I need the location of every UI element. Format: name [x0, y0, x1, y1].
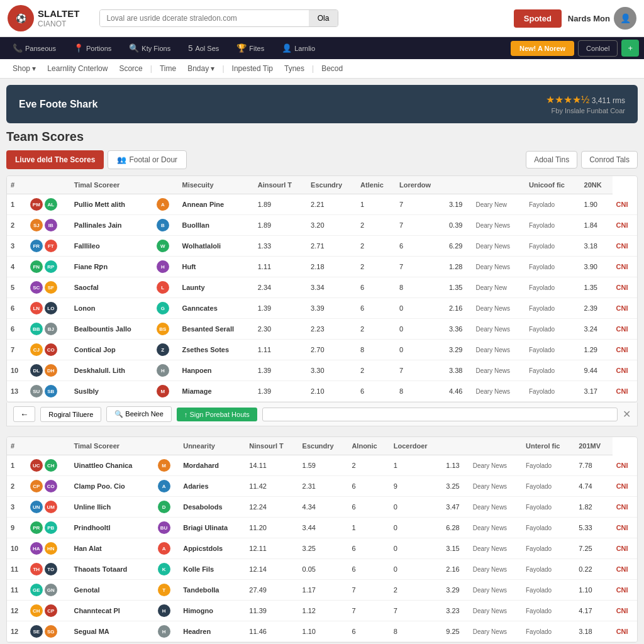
v6-cell: 7.25 — [575, 538, 612, 559]
l2-cell: Fayolado — [525, 360, 580, 381]
l1-cell: Deary News — [469, 601, 522, 621]
player-team-cell: Han Alat — [70, 538, 154, 559]
l2-cell: Fayolado — [525, 381, 580, 402]
v2-cell: 2.70 — [307, 340, 357, 360]
team-logos-cell: PR PB — [26, 518, 70, 538]
player-name-cell: Hanpoen — [179, 360, 254, 381]
v2-cell: 2.18 — [307, 257, 357, 277]
v4-cell: 0 — [390, 559, 442, 580]
l1-cell: Deary News — [469, 497, 522, 518]
col-logo — [26, 176, 70, 194]
subnav-bnday[interactable]: Bnday ▾ — [182, 62, 219, 75]
v5-cell: 6.29 — [445, 236, 472, 257]
subnav-inpested[interactable]: Inpested Tip — [227, 62, 278, 75]
player-team-cell: Fiane Rƿn — [70, 257, 153, 277]
v6-cell: 9.44 — [580, 360, 613, 381]
subnav-tynes[interactable]: Tynes — [279, 62, 309, 75]
subnav-becod[interactable]: Becod — [316, 62, 348, 75]
flag-cell: CNI — [613, 298, 637, 319]
tab-live-scores[interactable]: Liuve deld The Scores — [6, 150, 104, 169]
team-logos-cell: HA HN — [26, 538, 70, 559]
nav-item-fites[interactable]: 🏆 Fites — [229, 37, 272, 59]
v1-cell: 1.11 — [254, 257, 307, 277]
flag-cell: CNI — [613, 476, 637, 497]
v4-cell: 7 — [396, 215, 445, 236]
bottom-nav-bar: ← Rogiral Tiluere 🔍 Beeirch Nee ↑ Sign P… — [6, 402, 638, 426]
v3-cell: 2 — [357, 360, 396, 381]
player-name-cell: Annean Pine — [179, 194, 254, 215]
v6-cell: 5.33 — [575, 518, 612, 538]
v1-cell: 12.14 — [245, 559, 298, 580]
rank-cell: 10 — [7, 360, 26, 381]
sign-button[interactable]: ↑ Sign Porebat Houts — [177, 408, 257, 421]
tabs-left: Liuve deld The Scores 👥 Footal or Dour — [6, 150, 187, 169]
col2-locerdoer: Locerdoer — [390, 437, 442, 455]
nav-item-portions[interactable]: 📍 Portions — [66, 37, 119, 59]
subnav-shop[interactable]: Shop ▾ — [8, 62, 41, 75]
rogiral-button[interactable]: Rogiral Tiluere — [40, 407, 101, 422]
v3-cell: 6 — [348, 559, 389, 580]
col2-unterol: Unterol fic — [522, 437, 575, 455]
table-row: 12 CH CP Channtecat Pl H Himogno 11.39 1… — [7, 601, 637, 621]
close-button[interactable]: ✕ — [623, 408, 631, 420]
tab-footall[interactable]: 👥 Footal or Dour — [108, 150, 187, 169]
v4-cell: 7 — [396, 360, 445, 381]
team-logos-cell: CH CP — [26, 601, 70, 621]
player-logo-cell: Z — [153, 340, 179, 360]
v2-cell: 2.31 — [299, 476, 348, 497]
team-logos-cell: CP CO — [26, 476, 70, 497]
nav-item-aolses[interactable]: 5 Aol Ses — [180, 37, 226, 59]
v4-cell: 0 — [390, 518, 442, 538]
beeirch-button[interactable]: 🔍 Beeirch Nee — [106, 406, 172, 422]
player-team-cell: Uinattleo Chanica — [70, 455, 154, 476]
v4-cell: 9 — [390, 476, 442, 497]
v6-cell: 4.74 — [575, 476, 612, 497]
team-logos-cell: TH TO — [26, 559, 70, 580]
team-logos-cell: SC SF — [26, 277, 70, 298]
subnav-time[interactable]: Time — [155, 62, 181, 75]
scores-table-1: # Timal Scoreer Misecuity Ainsourl T Esc… — [6, 175, 638, 402]
subnav-scorce[interactable]: Scorce — [114, 62, 147, 75]
plus-button[interactable]: + — [621, 40, 639, 57]
table-row: 1 UC CH Uinattleo Chanica M Mordahard 14… — [7, 455, 637, 476]
v4-cell: 8 — [390, 621, 442, 642]
additional-button[interactable]: Adoal Tins — [526, 151, 577, 169]
team-logos-cell: SU SB — [26, 381, 70, 402]
v4-cell: 0 — [396, 298, 445, 319]
col2-201mv: 201MV — [575, 437, 612, 455]
rank-cell: 2 — [7, 476, 26, 497]
nav-item-ktyfions[interactable]: 🔍 Kty Fions — [121, 37, 178, 59]
table-row: 11 TH TO Thaoats Totaard K Kolle Fils 12… — [7, 559, 637, 580]
new-button[interactable]: New! A Norew — [511, 41, 574, 56]
col-l2 — [472, 176, 525, 194]
bottom-search-input[interactable] — [262, 408, 618, 421]
team-logos-cell: UN UM — [26, 497, 70, 518]
v5-cell: 3.19 — [445, 194, 472, 215]
contact-tables-button[interactable]: Conrod Tals — [581, 151, 638, 169]
table-row: 2 CP CO Clamp Poo. Cio A Adaries 11.42 2… — [7, 476, 637, 497]
search-bar[interactable]: Ola — [99, 9, 338, 27]
v3-cell: 2 — [357, 215, 396, 236]
l2-cell: Fayolado — [525, 194, 580, 215]
contact-button[interactable]: Conloel — [578, 40, 618, 57]
v5-cell: 3.15 — [442, 538, 469, 559]
spotted-button[interactable]: Spoted — [514, 9, 562, 28]
search-button[interactable]: Ola — [309, 10, 338, 26]
rank-cell: 2 — [7, 215, 26, 236]
v6-cell: 1.82 — [575, 497, 612, 518]
flag-cell: CNI — [613, 340, 637, 360]
l2-cell: Fayolado — [522, 518, 575, 538]
v5-cell: 1.13 — [442, 455, 469, 476]
nav-item-panseous[interactable]: 📞 Panseous — [5, 37, 64, 59]
v3-cell: 7 — [348, 601, 389, 621]
player-logo-cell: A — [154, 538, 180, 559]
back-arrow-button[interactable]: ← — [13, 406, 35, 422]
search-input[interactable] — [100, 10, 308, 26]
flag-cell: CNI — [613, 538, 637, 559]
nav-item-larnlio[interactable]: 👤 Larnlio — [274, 37, 323, 59]
banner: Eve Foote Shark ★★★★½ 3,411 rms Fby Insl… — [6, 85, 638, 123]
v2-cell: 3.34 — [307, 277, 357, 298]
subnav-learnlity[interactable]: Learnlity Cnterlow — [42, 62, 113, 75]
l1-cell: Deary New — [472, 277, 525, 298]
col2-team-scorer: Timal Scoreer — [70, 437, 154, 455]
